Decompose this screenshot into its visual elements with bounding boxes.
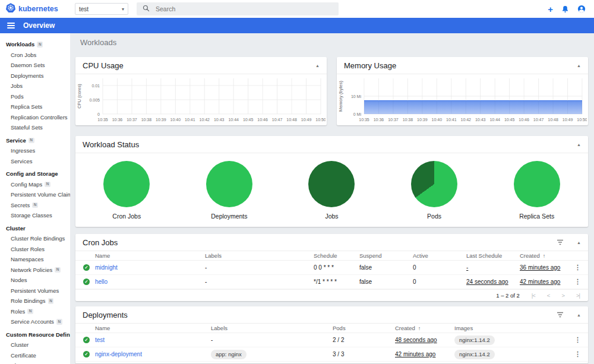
column-header-labels[interactable]: Labels <box>205 252 314 259</box>
sidebar-item-daemon-sets[interactable]: Daemon Sets <box>0 60 70 71</box>
sidebar-item-secrets[interactable]: SecretsN <box>0 200 70 211</box>
column-header-name[interactable]: Name <box>95 252 205 259</box>
svg-text:10:40: 10:40 <box>170 118 181 122</box>
row-menu-icon[interactable]: ⋮ <box>574 264 581 271</box>
chevron-right-icon[interactable]: > <box>561 292 564 299</box>
resource-link[interactable]: test <box>95 337 105 343</box>
cell-status: ✓ <box>75 337 95 343</box>
resource-link[interactable]: nginx-deployment <box>95 351 142 357</box>
sidebar-item-cluster-issuer[interactable]: Cluster Issuer <box>0 360 70 364</box>
search-bar[interactable] <box>137 2 339 15</box>
row-menu-icon[interactable]: ⋮ <box>574 336 581 343</box>
collapse-icon[interactable]: ▲ <box>315 64 320 68</box>
cell-status: ✓ <box>75 351 95 357</box>
last-page-icon[interactable]: >| <box>576 292 580 299</box>
sidebar-item-cluster-role-bindings[interactable]: Cluster Role Bindings <box>0 233 70 244</box>
sidebar-group-service[interactable]: ServiceN <box>0 133 70 146</box>
sort-asc-icon: ↑ <box>543 253 546 259</box>
cell-last_schedule: 24 seconds ago <box>466 278 520 285</box>
sidebar-item-cron-jobs[interactable]: Cron Jobs <box>0 50 70 61</box>
sidebar-item-nodes[interactable]: Nodes <box>0 275 70 286</box>
sidebar-group-workloads[interactable]: WorkloadsN <box>0 37 70 50</box>
cell-images: nginx:1.14.2 <box>454 335 574 345</box>
sidebar-item-label: Replica Sets <box>11 104 42 110</box>
svg-text:10:47: 10:47 <box>272 118 283 122</box>
chevron-left-icon[interactable]: < <box>547 292 550 299</box>
sidebar-item-cluster-roles[interactable]: Cluster Roles <box>0 244 70 255</box>
svg-text:10:38: 10:38 <box>141 118 152 122</box>
sidebar-item-label: Cluster <box>11 342 29 348</box>
appbar-title: Overview <box>23 21 55 30</box>
sidebar-item-replica-sets[interactable]: Replica Sets <box>0 102 70 112</box>
collapse-icon[interactable]: ▲ <box>577 64 581 68</box>
sidebar-item-config-maps[interactable]: Config MapsN <box>0 179 70 190</box>
sidebar-item-ingresses[interactable]: Ingresses <box>0 145 70 156</box>
memory-usage-card: Memory Usage ▲ 10:3510:3610:3710:3810:39… <box>337 57 588 125</box>
first-page-icon[interactable]: |< <box>532 292 535 299</box>
sidebar-item-persistent-volumes[interactable]: Persistent Volumes <box>0 286 70 296</box>
create-resource-icon[interactable]: + <box>548 5 553 14</box>
sidebar-item-storage-classes[interactable]: Storage Classes <box>0 210 70 221</box>
column-header-last-schedule[interactable]: Last Schedule <box>466 252 520 259</box>
resource-link[interactable]: hello <box>95 278 108 285</box>
cell-created: 48 seconds ago <box>395 337 454 343</box>
sidebar-item-label: Persistent Volume Claims <box>11 192 70 198</box>
sidebar-item-network-policies[interactable]: Network PoliciesN <box>0 265 70 276</box>
column-header-labels[interactable]: Labels <box>211 325 333 331</box>
cell-pods: 3 / 3 <box>333 351 395 357</box>
account-icon[interactable] <box>577 5 586 13</box>
cell-pods: 2 / 2 <box>333 337 395 343</box>
sidebar-item-certificate[interactable]: Certificate <box>0 350 70 361</box>
sidebar-group-label: Service <box>6 138 26 144</box>
row-menu-icon[interactable]: ⋮ <box>574 350 581 357</box>
sidebar-item-pods[interactable]: Pods <box>0 91 70 102</box>
sidebar-item-namespaces[interactable]: Namespaces <box>0 254 70 265</box>
column-header-images[interactable]: Images <box>454 325 574 331</box>
menu-hamburger-icon[interactable] <box>7 21 15 30</box>
sidebar-item-service-accounts[interactable]: Service AccountsN <box>0 316 70 327</box>
column-header-pods[interactable]: Pods <box>333 325 395 331</box>
sidebar-item-stateful-sets[interactable]: Stateful Sets <box>0 122 70 133</box>
svg-text:10:41: 10:41 <box>446 118 457 122</box>
sidebar-item-cluster[interactable]: Cluster <box>0 340 70 350</box>
sidebar-item-replication-controllers[interactable]: Replication Controllers <box>0 112 70 123</box>
collapse-icon[interactable]: ▲ <box>577 313 581 317</box>
row-menu-icon[interactable]: ⋮ <box>574 278 581 285</box>
relative-time: - <box>466 264 468 271</box>
cell-name: midnight <box>95 264 205 271</box>
sidebar-item-jobs[interactable]: Jobs <box>0 81 70 91</box>
namespace-selector[interactable]: test ▾ <box>75 3 128 15</box>
collapse-icon[interactable]: ▲ <box>577 240 581 245</box>
column-header-schedule[interactable]: Schedule <box>314 252 359 259</box>
column-header-created[interactable]: Created↑ <box>520 252 574 259</box>
table-row: ✓midnight-0 0 * * *false0-36 minutes ago… <box>75 261 588 275</box>
column-header-active[interactable]: Active <box>413 252 466 259</box>
search-input[interactable] <box>156 5 333 12</box>
column-header-name[interactable]: Name <box>95 325 211 331</box>
sidebar-nav: WorkloadsNCron JobsDaemon SetsDeployment… <box>0 33 70 364</box>
sidebar-item-role-bindings[interactable]: Role BindingsN <box>0 296 70 306</box>
workload-pie-jobs: Jobs <box>280 161 383 220</box>
notifications-bell-icon[interactable] <box>561 5 569 13</box>
sidebar-item-roles[interactable]: RolesN <box>0 306 70 317</box>
filter-icon[interactable] <box>557 312 564 318</box>
namespaced-badge: N <box>56 319 62 325</box>
cell-name: hello <box>95 278 205 285</box>
sidebar-group-custom-resource-definitions[interactable]: Custom Resource Definitions <box>0 327 70 340</box>
sidebar-item-services[interactable]: Services <box>0 156 70 167</box>
sidebar-item-deployments[interactable]: Deployments <box>0 71 70 81</box>
sort-asc-icon: ↑ <box>418 325 421 331</box>
sidebar-group-config-and-storage[interactable]: Config and Storage <box>0 166 70 179</box>
sidebar-item-persistent-volume-claims[interactable]: Persistent Volume ClaimsN <box>0 189 70 200</box>
kubernetes-brand[interactable]: kubernetes <box>0 3 70 15</box>
collapse-icon[interactable]: ▲ <box>577 143 581 147</box>
svg-text:10:43: 10:43 <box>475 118 486 122</box>
filter-icon[interactable] <box>557 239 564 245</box>
sidebar-group-cluster[interactable]: Cluster <box>0 221 70 234</box>
status-ok-icon: ✓ <box>83 351 90 357</box>
column-header-suspend[interactable]: Suspend <box>359 252 413 259</box>
column-header-created[interactable]: Created↑ <box>395 325 454 331</box>
pie-chart <box>411 161 457 207</box>
sidebar-item-label: Pods <box>11 94 24 100</box>
resource-link[interactable]: midnight <box>95 264 118 271</box>
